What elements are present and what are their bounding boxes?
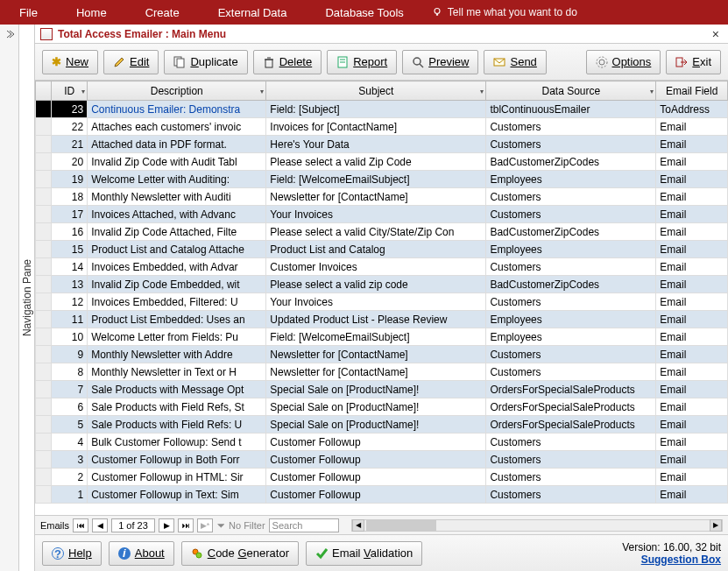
emails-grid[interactable]: ID▾ Description▾ Subject▾ Data Source▾ E… bbox=[35, 81, 728, 504]
cell-description[interactable]: Product List and Catalog Attache bbox=[88, 241, 266, 258]
row-selector[interactable] bbox=[36, 241, 52, 258]
code-generator-button[interactable]: Code GeneratorCode Generator bbox=[181, 541, 299, 566]
delete-button[interactable]: Delete bbox=[253, 50, 322, 74]
exit-button[interactable]: ExitExit bbox=[666, 50, 721, 74]
nav-next-button[interactable]: ▶ bbox=[159, 518, 174, 532]
table-row[interactable]: 14Invoices Embedded, with AdvarCustomer … bbox=[36, 258, 728, 276]
cell-description[interactable]: Customer Followup in Both Forr bbox=[88, 451, 266, 469]
row-selector[interactable] bbox=[36, 363, 52, 381]
edit-button[interactable]: Edit bbox=[103, 50, 159, 74]
table-row[interactable]: 4Bulk Customer Followup: Send tCustomer … bbox=[36, 434, 728, 451]
nav-position-input[interactable] bbox=[111, 518, 155, 532]
cell-data-source[interactable]: Customers bbox=[486, 363, 656, 381]
row-selector[interactable] bbox=[36, 328, 52, 346]
row-selector[interactable] bbox=[36, 223, 52, 241]
navigation-pane[interactable]: Navigation Pane bbox=[19, 25, 35, 571]
cell-email-field[interactable]: Email bbox=[656, 276, 728, 293]
cell-id[interactable]: 22 bbox=[52, 118, 88, 136]
cell-subject[interactable]: Product List and Catalog bbox=[266, 241, 486, 258]
options-button[interactable]: Options bbox=[586, 50, 661, 74]
cell-id[interactable]: 18 bbox=[52, 188, 88, 206]
cell-email-field[interactable]: Email bbox=[656, 118, 728, 136]
cell-subject[interactable]: Special Sale on [ProductName]! bbox=[266, 398, 486, 416]
scroll-thumb[interactable] bbox=[366, 520, 436, 531]
table-row[interactable]: 13Invalid Zip Code Embedded, witPlease s… bbox=[36, 276, 728, 293]
cell-description[interactable]: Continuous Emailer: Demonstra bbox=[88, 101, 266, 118]
cell-data-source[interactable]: Customers bbox=[486, 136, 656, 153]
cell-id[interactable]: 13 bbox=[52, 276, 88, 293]
cell-description[interactable]: Invoices Embedded, Filtered: U bbox=[88, 293, 266, 311]
table-row[interactable]: 2Customer Followup in HTML: SirCustomer … bbox=[36, 469, 728, 486]
row-selector[interactable] bbox=[36, 293, 52, 311]
email-validation-button[interactable]: Email ValidationEmail Validation bbox=[306, 541, 422, 566]
row-selector[interactable] bbox=[36, 276, 52, 293]
row-selector[interactable] bbox=[36, 311, 52, 328]
row-selector[interactable] bbox=[36, 451, 52, 469]
cell-description[interactable]: Invalid Zip Code Embedded, wit bbox=[88, 276, 266, 293]
cell-description[interactable]: Monthly Newsletter in Text or H bbox=[88, 363, 266, 381]
cell-description[interactable]: Attached data in PDF format. bbox=[88, 136, 266, 153]
cell-data-source[interactable]: Customers bbox=[486, 451, 656, 469]
cell-subject[interactable]: Customer Invoices bbox=[266, 258, 486, 276]
cell-subject[interactable]: Field: [Subject] bbox=[266, 101, 486, 118]
nav-first-button[interactable]: ⏮ bbox=[73, 518, 88, 532]
nav-search-input[interactable] bbox=[269, 518, 339, 532]
form-tab[interactable]: Total Access Emailer : Main Menu bbox=[40, 28, 226, 40]
chevron-down-icon[interactable]: ▾ bbox=[650, 87, 654, 95]
cell-email-field[interactable]: Email bbox=[656, 311, 728, 328]
cell-description[interactable]: Monthly Newsletter with Auditi bbox=[88, 188, 266, 206]
nav-last-button[interactable]: ⏭ bbox=[178, 518, 194, 532]
row-selector[interactable] bbox=[36, 101, 52, 118]
filter-toggle[interactable]: ⏷No Filter bbox=[216, 520, 265, 531]
row-selector[interactable] bbox=[36, 206, 52, 223]
tell-me-search[interactable]: Tell me what you want to do bbox=[432, 6, 577, 18]
cell-subject[interactable]: Invoices for [ContactName] bbox=[266, 118, 486, 136]
chevron-down-icon[interactable]: ▾ bbox=[480, 87, 484, 95]
cell-email-field[interactable]: ToAddress bbox=[656, 101, 728, 118]
cell-data-source[interactable]: Employees bbox=[486, 171, 656, 188]
table-row[interactable]: 8Monthly Newsletter in Text or HNewslett… bbox=[36, 363, 728, 381]
cell-data-source[interactable]: Customers bbox=[486, 346, 656, 363]
cell-subject[interactable]: Please select a valid City/State/Zip Con bbox=[266, 223, 486, 241]
cell-id[interactable]: 3 bbox=[52, 451, 88, 469]
cell-data-source[interactable]: OrdersForSpecialSaleProducts bbox=[486, 381, 656, 398]
cell-id[interactable]: 12 bbox=[52, 293, 88, 311]
duplicate-button[interactable]: DDuplicateuplicate bbox=[164, 50, 247, 74]
row-selector[interactable] bbox=[36, 118, 52, 136]
cell-subject[interactable]: Your Invoices bbox=[266, 293, 486, 311]
cell-subject[interactable]: Customer Followup bbox=[266, 469, 486, 486]
cell-subject[interactable]: Newsletter for [ContactName] bbox=[266, 346, 486, 363]
cell-id[interactable]: 11 bbox=[52, 311, 88, 328]
cell-id[interactable]: 9 bbox=[52, 346, 88, 363]
cell-email-field[interactable]: Email bbox=[656, 188, 728, 206]
cell-id[interactable]: 6 bbox=[52, 398, 88, 416]
cell-data-source[interactable]: Customers bbox=[486, 188, 656, 206]
suggestion-box-link[interactable]: Suggestion Box bbox=[622, 553, 721, 566]
row-selector[interactable] bbox=[36, 381, 52, 398]
row-selector[interactable] bbox=[36, 171, 52, 188]
cell-subject[interactable]: Special Sale on [ProductName]! bbox=[266, 416, 486, 434]
cell-email-field[interactable]: Email bbox=[656, 434, 728, 451]
cell-subject[interactable]: Special Sale on [ProductName]! bbox=[266, 381, 486, 398]
cell-description[interactable]: Invoices Embedded, with Advar bbox=[88, 258, 266, 276]
row-selector[interactable] bbox=[36, 398, 52, 416]
cell-id[interactable]: 2 bbox=[52, 469, 88, 486]
cell-data-source[interactable]: BadCustomerZipCodes bbox=[486, 223, 656, 241]
ribbon-file[interactable]: File bbox=[9, 3, 48, 23]
table-row[interactable]: 10Welcome Letter from Fields: PuField: [… bbox=[36, 328, 728, 346]
chevron-down-icon[interactable]: ▾ bbox=[260, 87, 264, 95]
cell-email-field[interactable]: Email bbox=[656, 206, 728, 223]
cell-data-source[interactable]: Customers bbox=[486, 469, 656, 486]
row-selector[interactable] bbox=[36, 188, 52, 206]
cell-id[interactable]: 21 bbox=[52, 136, 88, 153]
row-selector[interactable] bbox=[36, 416, 52, 434]
cell-subject[interactable]: Updated Product List - Please Review bbox=[266, 311, 486, 328]
cell-subject[interactable]: Please select a valid Zip Code bbox=[266, 153, 486, 171]
cell-email-field[interactable]: Email bbox=[656, 258, 728, 276]
row-selector[interactable] bbox=[36, 136, 52, 153]
cell-description[interactable]: Invalid Zip Code Attached, Filte bbox=[88, 223, 266, 241]
cell-data-source[interactable]: BadCustomerZipCodes bbox=[486, 153, 656, 171]
cell-data-source[interactable]: Customers bbox=[486, 258, 656, 276]
cell-description[interactable]: Customer Followup in Text: Sim bbox=[88, 486, 266, 504]
cell-email-field[interactable]: Email bbox=[656, 398, 728, 416]
